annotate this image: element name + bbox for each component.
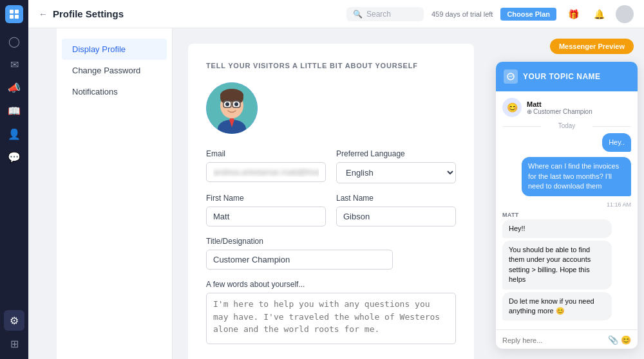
last-name-group: Last Name bbox=[336, 194, 456, 226]
trial-text: 459 days of trial left bbox=[431, 10, 493, 18]
choose-plan-button[interactable]: Choose Plan bbox=[500, 8, 556, 21]
main-content: TELL YOUR VISITORS A LITTLE BIT ABOUT YO… bbox=[173, 28, 489, 359]
emoji-icon[interactable]: 😊 bbox=[621, 335, 631, 345]
messenger-preview-button[interactable]: Messenger Preview bbox=[550, 39, 634, 54]
bio-textarea[interactable] bbox=[206, 293, 456, 344]
agent-name: Matt bbox=[527, 100, 592, 108]
language-select[interactable]: English French Spanish German bbox=[336, 162, 456, 183]
header-right-actions: 459 days of trial left Choose Plan 🎁 🔔 bbox=[431, 5, 634, 23]
first-name-label: First Name bbox=[206, 194, 326, 203]
email-field-group: Email bbox=[206, 149, 326, 183]
nav-apps-icon[interactable]: ⊞ bbox=[4, 333, 24, 354]
chat-bubble-question: Where can I find the invoices for the la… bbox=[522, 157, 631, 196]
nav-home-icon[interactable]: ◯ bbox=[4, 31, 24, 51]
svg-rect-0 bbox=[10, 10, 14, 14]
back-button[interactable]: ← bbox=[39, 9, 48, 19]
svg-point-15 bbox=[234, 102, 238, 106]
bio-label: A few words about yourself... bbox=[206, 280, 456, 289]
messenger-header: YOUR TOPIC NAME bbox=[496, 62, 638, 91]
email-label: Email bbox=[206, 149, 326, 158]
sidebar-item-notifications[interactable]: Notifications bbox=[62, 81, 167, 102]
first-name-group: First Name bbox=[206, 194, 326, 226]
messenger-chat-body: 😊 Matt ⊕ Customer Champion Today Hey.. W… bbox=[496, 91, 638, 329]
first-name-input[interactable] bbox=[206, 207, 326, 226]
messenger-reply-bar: 📎 😊 bbox=[496, 329, 638, 349]
language-label: Preferred Language bbox=[336, 149, 456, 158]
svg-point-14 bbox=[225, 102, 229, 106]
attachment-icon[interactable]: 📎 bbox=[608, 335, 618, 345]
title-input[interactable] bbox=[206, 250, 393, 270]
avatar-container bbox=[206, 82, 456, 134]
app-logo[interactable] bbox=[5, 5, 23, 23]
agent-info-row: 😊 Matt ⊕ Customer Champion bbox=[502, 98, 631, 117]
messenger-widget: YOUR TOPIC NAME 😊 Matt ⊕ Customer Champi… bbox=[496, 62, 638, 349]
gift-icon[interactable]: 🎁 bbox=[564, 5, 582, 23]
title-row: Title/Designation bbox=[206, 237, 456, 270]
user-avatar[interactable] bbox=[616, 5, 634, 23]
chat-bubble-answer1: You should be able to find them under yo… bbox=[502, 241, 612, 290]
sidebar-item-change-password[interactable]: Change Password bbox=[62, 60, 167, 81]
email-input[interactable] bbox=[206, 162, 326, 182]
reply-input[interactable] bbox=[502, 336, 604, 344]
agent-role: ⊕ Customer Champion bbox=[527, 108, 592, 115]
svg-rect-3 bbox=[15, 15, 19, 19]
form-section-title: TELL YOUR VISITORS A LITTLE BIT ABOUT YO… bbox=[206, 62, 456, 69]
top-header: ← Profile Settings 🔍 Search 459 days of … bbox=[28, 0, 644, 28]
nav-chat-icon[interactable]: 💬 bbox=[4, 147, 24, 167]
left-navigation: ◯ ✉ 📣 📖 👤 💬 ⚙ ⊞ bbox=[0, 0, 28, 359]
profile-form-card: TELL YOUR VISITORS A LITTLE BIT ABOUT YO… bbox=[188, 44, 474, 359]
last-name-input[interactable] bbox=[336, 207, 456, 226]
last-name-label: Last Name bbox=[336, 194, 456, 203]
search-icon: 🔍 bbox=[353, 10, 363, 19]
settings-sidebar: Display Profile Change Password Notifica… bbox=[57, 28, 173, 359]
main-wrapper: Display Profile Change Password Notifica… bbox=[57, 28, 644, 359]
agent-info: Matt ⊕ Customer Champion bbox=[527, 100, 592, 115]
nav-mail-icon[interactable]: ✉ bbox=[4, 54, 24, 75]
messenger-preview-panel: Messenger Preview YOUR TOPIC NAME 😊 Matt bbox=[489, 28, 644, 359]
agent-avatar: 😊 bbox=[502, 98, 522, 117]
chat-bubble-hey2: Hey!! bbox=[502, 219, 612, 238]
title-label: Title/Designation bbox=[206, 237, 393, 246]
search-bar[interactable]: 🔍 Search bbox=[346, 7, 424, 21]
bio-group: A few words about yourself... bbox=[206, 280, 456, 344]
language-field-group: Preferred Language English French Spanis… bbox=[336, 149, 456, 183]
messenger-logo-icon bbox=[504, 69, 518, 84]
svg-rect-2 bbox=[10, 15, 14, 19]
svg-rect-1 bbox=[15, 10, 19, 14]
title-group: Title/Designation bbox=[206, 237, 393, 270]
name-row: First Name Last Name bbox=[206, 194, 456, 226]
nav-user-icon[interactable]: 👤 bbox=[4, 124, 24, 144]
bio-row: A few words about yourself... bbox=[206, 280, 456, 344]
notification-icon[interactable]: 🔔 bbox=[590, 5, 608, 23]
chat-bubble-answer2: Do let me know if you need anything more… bbox=[502, 292, 612, 321]
messenger-header-title: YOUR TOPIC NAME bbox=[523, 72, 601, 81]
date-divider: Today bbox=[502, 122, 631, 129]
nav-megaphone-icon[interactable]: 📣 bbox=[4, 77, 24, 98]
page-title: Profile Settings bbox=[53, 8, 346, 19]
reply-icons: 📎 😊 bbox=[608, 335, 631, 345]
chat-time: 11:16 AM bbox=[502, 201, 631, 208]
nav-settings-icon[interactable]: ⚙ bbox=[4, 310, 24, 331]
email-language-row: Email Preferred Language English French … bbox=[206, 149, 456, 183]
sidebar-item-display-profile[interactable]: Display Profile bbox=[62, 39, 167, 60]
profile-avatar[interactable] bbox=[206, 82, 258, 134]
chat-sender-label: MATT bbox=[502, 212, 631, 218]
nav-book-icon[interactable]: 📖 bbox=[4, 100, 24, 121]
search-placeholder: Search bbox=[366, 10, 391, 19]
chat-bubble-hey: Hey.. bbox=[602, 133, 631, 152]
